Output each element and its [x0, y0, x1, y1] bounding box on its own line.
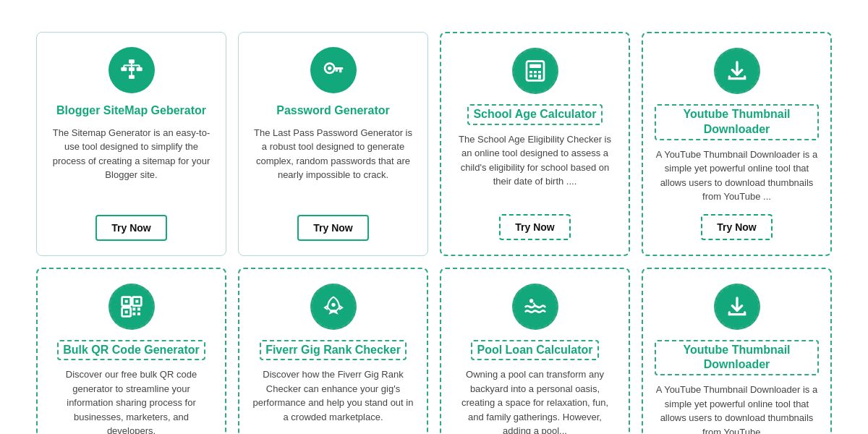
- pool-icon: [512, 284, 558, 330]
- calculator-icon: [512, 48, 558, 94]
- svg-rect-29: [132, 307, 135, 310]
- card-title-bulk-qr-generator: Bulk QR Code Generator: [57, 340, 205, 361]
- try-now-button-youtube-thumbnail-downloader-1[interactable]: Try Now: [701, 214, 772, 240]
- svg-rect-0: [129, 59, 135, 63]
- card-title-youtube-thumbnail-downloader-1: Youtube Thumbnail Downloader: [655, 104, 819, 140]
- svg-rect-1: [121, 67, 127, 71]
- card-title-blogger-sitemap: Blogger SiteMap Geberator: [56, 103, 206, 119]
- tool-card-blogger-sitemap: Blogger SiteMap GeberatorThe Sitemap Gen…: [36, 32, 226, 256]
- try-now-button-school-age-calculator[interactable]: Try Now: [499, 214, 570, 240]
- svg-rect-28: [124, 310, 127, 313]
- svg-point-33: [331, 302, 335, 306]
- svg-rect-19: [538, 71, 541, 73]
- tool-card-pool-loan-calculator: Pool Loan CalculatorOwning a pool can tr…: [440, 268, 630, 434]
- card-desc-fiverr-gig-rank: Discover how the Fiverr Gig Rank Checker…: [251, 367, 415, 434]
- svg-rect-22: [538, 75, 541, 79]
- card-title-password-generator: Password Generator: [276, 103, 390, 119]
- svg-rect-2: [136, 67, 142, 71]
- download-icon: [714, 284, 760, 330]
- svg-rect-3: [129, 67, 135, 71]
- try-now-button-password-generator[interactable]: Try Now: [297, 215, 368, 241]
- card-title-pool-loan-calculator: Pool Loan Calculator: [471, 340, 598, 361]
- svg-rect-13: [339, 69, 341, 72]
- svg-rect-17: [529, 71, 532, 73]
- sitemap-icon: [109, 47, 155, 93]
- svg-rect-14: [335, 69, 337, 72]
- tool-card-password-generator: Password GeneratorThe Last Pass Password…: [238, 32, 428, 256]
- svg-rect-21: [534, 75, 537, 77]
- download-icon: [714, 48, 760, 94]
- key-icon: [310, 47, 357, 93]
- svg-rect-18: [534, 71, 537, 73]
- svg-point-34: [529, 299, 533, 302]
- qr-icon: [109, 284, 155, 330]
- svg-rect-32: [137, 312, 140, 315]
- card-desc-school-age-calculator: The School Age Eligibility Checker is an…: [453, 132, 617, 204]
- svg-rect-16: [529, 64, 541, 68]
- card-title-youtube-thumbnail-downloader-2: Youtube Thumbnail Downloader: [655, 340, 819, 376]
- tool-card-bulk-qr-generator: Bulk QR Code GeneratorDiscover our free …: [36, 268, 226, 434]
- rocket-icon: [310, 284, 357, 330]
- card-desc-youtube-thumbnail-downloader-1: A YouTube Thumbnail Downloader is a simp…: [655, 148, 819, 204]
- svg-rect-20: [529, 75, 532, 77]
- svg-rect-26: [135, 299, 138, 302]
- svg-rect-24: [124, 299, 127, 302]
- card-desc-blogger-sitemap: The Sitemap Generator is an easy-to-use …: [48, 126, 214, 205]
- tool-card-school-age-calculator: School Age CalculatorThe School Age Elig…: [440, 32, 630, 256]
- tool-card-youtube-thumbnail-downloader-1: Youtube Thumbnail DownloaderA YouTube Th…: [642, 32, 832, 256]
- try-now-button-blogger-sitemap[interactable]: Try Now: [95, 215, 166, 241]
- card-title-school-age-calculator: School Age Calculator: [467, 104, 602, 125]
- svg-point-11: [328, 67, 331, 70]
- tools-grid: Blogger SiteMap GeberatorThe Sitemap Gen…: [36, 32, 832, 434]
- card-desc-bulk-qr-generator: Discover our free bulk QR code generator…: [49, 367, 213, 434]
- card-desc-youtube-thumbnail-downloader-2: A YouTube Thumbnail Downloader is a simp…: [655, 383, 819, 434]
- card-desc-password-generator: The Last Pass Password Generator is a ro…: [250, 126, 416, 205]
- card-title-fiverr-gig-rank: Fiverr Gig Rank Checker: [260, 340, 407, 361]
- tool-card-fiverr-gig-rank: Fiverr Gig Rank CheckerDiscover how the …: [238, 268, 428, 434]
- card-desc-pool-loan-calculator: Owning a pool can transform any backyard…: [453, 367, 617, 434]
- tool-card-youtube-thumbnail-downloader-2: Youtube Thumbnail DownloaderA YouTube Th…: [642, 268, 832, 434]
- svg-rect-4: [129, 75, 135, 79]
- svg-rect-30: [137, 307, 140, 310]
- svg-rect-31: [132, 312, 135, 315]
- svg-rect-12: [333, 67, 343, 69]
